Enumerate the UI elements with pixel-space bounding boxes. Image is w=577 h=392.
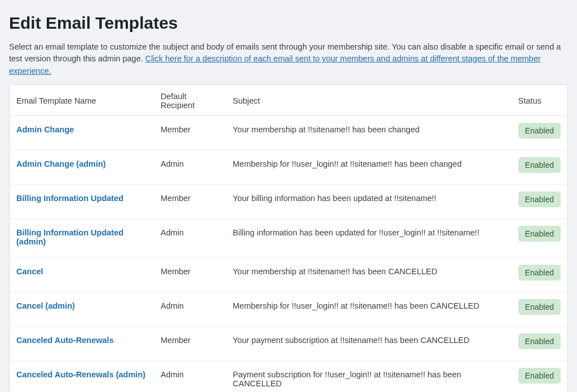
recipient-cell: Member <box>154 326 226 360</box>
recipient-cell: Member <box>154 184 226 219</box>
table-row: Canceled Auto-Renewals (admin)AdminPayme… <box>10 360 567 392</box>
table-row: Billing Information Updated (admin)Admin… <box>10 219 567 257</box>
col-header-status: Status <box>512 85 567 116</box>
template-name-link[interactable]: Canceled Auto-Renewals <box>16 336 114 345</box>
recipient-cell: Member <box>154 257 226 292</box>
templates-table-wrap: Email Template Name Default Recipient Su… <box>9 84 568 392</box>
recipient-cell: Admin <box>154 150 226 184</box>
subject-cell: Your membership at !!sitename!! has been… <box>226 257 512 292</box>
status-badge[interactable]: Enabled <box>518 157 561 173</box>
col-header-name: Email Template Name <box>10 85 154 116</box>
status-cell: Enabled <box>512 184 567 219</box>
recipient-cell: Admin <box>154 219 226 257</box>
template-name-link[interactable]: Admin Change <box>16 125 74 134</box>
subject-cell: Your payment subscription at !!sitename!… <box>226 326 512 360</box>
template-name-link[interactable]: Admin Change (admin) <box>16 159 106 168</box>
subject-cell: Payment subscription for !!user_login!! … <box>226 360 512 392</box>
status-badge[interactable]: Enabled <box>518 333 561 349</box>
template-name-link[interactable]: Canceled Auto-Renewals (admin) <box>16 370 145 379</box>
table-row: Billing Information UpdatedMemberYour bi… <box>10 184 567 219</box>
col-header-recipient: Default Recipient <box>154 85 226 116</box>
template-name-link[interactable]: Billing Information Updated <box>16 194 123 203</box>
status-cell: Enabled <box>512 257 567 292</box>
table-row: Admin Change (admin)AdminMembership for … <box>10 150 567 184</box>
table-row: Cancel (admin)AdminMembership for !!user… <box>10 292 567 326</box>
table-row: Canceled Auto-RenewalsMemberYour payment… <box>10 326 567 360</box>
status-badge[interactable]: Enabled <box>518 191 561 207</box>
status-cell: Enabled <box>512 115 567 150</box>
status-cell: Enabled <box>512 360 567 392</box>
templates-table: Email Template Name Default Recipient Su… <box>10 85 567 392</box>
recipient-cell: Member <box>154 115 226 150</box>
status-badge[interactable]: Enabled <box>518 368 561 384</box>
table-row: Admin ChangeMemberYour membership at !!s… <box>10 115 567 150</box>
status-badge[interactable]: Enabled <box>518 226 561 242</box>
status-cell: Enabled <box>512 150 567 184</box>
status-cell: Enabled <box>512 292 567 326</box>
table-row: CancelMemberYour membership at !!sitenam… <box>10 257 567 292</box>
template-name-link[interactable]: Cancel (admin) <box>16 301 75 310</box>
template-name-link[interactable]: Billing Information Updated (admin) <box>16 228 123 246</box>
recipient-cell: Admin <box>154 292 226 326</box>
subject-cell: Membership for !!user_login!! at !!siten… <box>226 150 512 184</box>
page-title: Edit Email Templates <box>9 14 568 33</box>
status-badge[interactable]: Enabled <box>518 299 561 315</box>
col-header-subject: Subject <box>226 85 512 116</box>
status-cell: Enabled <box>512 326 567 360</box>
recipient-cell: Admin <box>154 360 226 392</box>
template-name-link[interactable]: Cancel <box>16 267 43 276</box>
subject-cell: Membership for !!user_login!! at !!siten… <box>226 292 512 326</box>
status-badge[interactable]: Enabled <box>518 265 561 280</box>
subject-cell: Your billing information has been update… <box>226 184 512 219</box>
intro-text: Select an email template to customize th… <box>9 41 568 78</box>
status-cell: Enabled <box>512 219 567 257</box>
subject-cell: Your membership at !!sitename!! has been… <box>226 115 512 150</box>
status-badge[interactable]: Enabled <box>518 123 561 139</box>
subject-cell: Billing information has been updated for… <box>226 219 512 257</box>
